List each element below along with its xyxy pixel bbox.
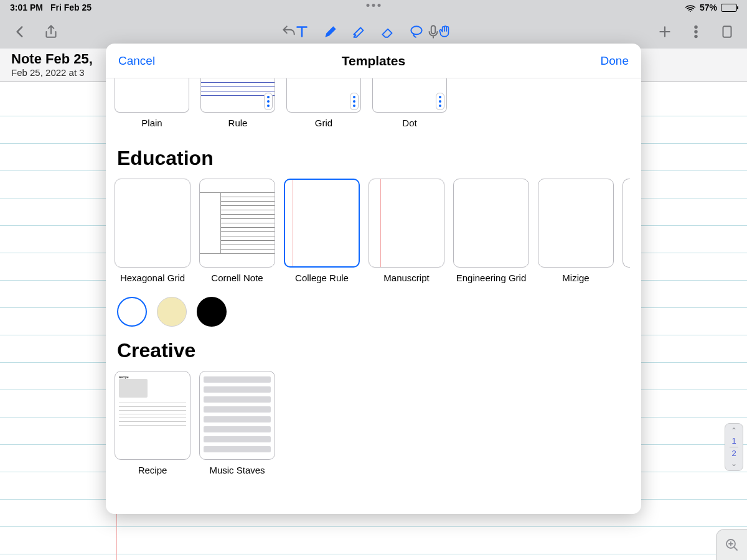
template-plain[interactable]: Plain bbox=[115, 78, 189, 128]
more-options-icon[interactable] bbox=[687, 23, 705, 40]
section-education-title: Education bbox=[117, 147, 632, 170]
education-templates-row: Hexagonal Grid Cornell Note College Rule… bbox=[115, 179, 632, 283]
basic-templates-row: Plain Rule Grid Dot bbox=[115, 78, 632, 134]
hand-tool-icon[interactable] bbox=[436, 23, 454, 40]
template-cornell-note[interactable]: Cornell Note bbox=[199, 179, 275, 283]
more-options-icon[interactable] bbox=[350, 93, 359, 110]
section-creative-title: Creative bbox=[117, 339, 632, 362]
template-dot[interactable]: Dot bbox=[372, 78, 447, 128]
template-mizige[interactable]: Mizige bbox=[538, 179, 614, 283]
total-pages: 2 bbox=[731, 449, 736, 458]
text-tool-icon[interactable] bbox=[293, 23, 311, 40]
template-grid[interactable]: Grid bbox=[286, 78, 361, 128]
battery-icon bbox=[721, 4, 737, 12]
template-engineering-grid[interactable]: Engineering Grid bbox=[453, 179, 529, 283]
lasso-tool-icon[interactable] bbox=[408, 23, 425, 40]
template-recipe[interactable]: Recipe Recipe bbox=[115, 371, 190, 475]
color-black[interactable] bbox=[197, 297, 227, 327]
svg-rect-5 bbox=[723, 26, 731, 37]
template-hexagonal-grid[interactable]: Hexagonal Grid bbox=[115, 179, 190, 283]
cancel-button[interactable]: Cancel bbox=[118, 54, 155, 68]
battery-percentage: 57% bbox=[700, 2, 717, 12]
template-manuscript[interactable]: Manuscript bbox=[369, 179, 444, 283]
pages-icon[interactable] bbox=[718, 23, 736, 40]
multitask-dots-icon[interactable] bbox=[367, 4, 381, 7]
svg-point-3 bbox=[695, 30, 697, 33]
highlighter-tool-icon[interactable] bbox=[350, 23, 368, 40]
status-date: Fri Feb 25 bbox=[50, 2, 92, 12]
status-bar: 3:01 PM Fri Feb 25 57% bbox=[0, 0, 747, 15]
modal-title: Templates bbox=[342, 54, 405, 68]
color-white[interactable] bbox=[117, 297, 147, 327]
color-cream[interactable] bbox=[157, 297, 187, 327]
status-time: 3:01 PM bbox=[10, 2, 43, 12]
templates-modal: Cancel Templates Done Plain Rule Grid Do… bbox=[106, 44, 641, 514]
done-button[interactable]: Done bbox=[601, 54, 629, 68]
back-icon[interactable] bbox=[11, 23, 29, 40]
more-options-icon[interactable] bbox=[436, 93, 444, 110]
creative-templates-row: Recipe Recipe Music Staves bbox=[115, 371, 632, 475]
chevron-up-icon[interactable]: ⌃ bbox=[731, 426, 737, 435]
template-music-staves[interactable]: Music Staves bbox=[199, 371, 275, 475]
add-icon[interactable] bbox=[656, 23, 674, 40]
zoom-button[interactable] bbox=[716, 529, 747, 560]
pen-tool-icon[interactable] bbox=[322, 23, 339, 40]
template-rule[interactable]: Rule bbox=[200, 78, 275, 128]
chevron-down-icon[interactable]: ⌄ bbox=[731, 459, 737, 468]
template-partial-next[interactable] bbox=[622, 179, 630, 268]
share-icon[interactable] bbox=[42, 23, 60, 40]
template-college-rule[interactable]: College Rule bbox=[284, 179, 360, 283]
more-options-icon[interactable] bbox=[264, 93, 273, 110]
wifi-icon bbox=[685, 3, 696, 12]
svg-point-4 bbox=[695, 35, 697, 37]
color-swatches bbox=[117, 297, 632, 327]
current-page: 1 bbox=[731, 436, 736, 446]
svg-point-2 bbox=[695, 26, 697, 28]
page-indicator[interactable]: ⌃ 1 2 ⌄ bbox=[725, 423, 743, 471]
svg-point-0 bbox=[411, 26, 421, 34]
eraser-tool-icon[interactable] bbox=[379, 23, 397, 40]
